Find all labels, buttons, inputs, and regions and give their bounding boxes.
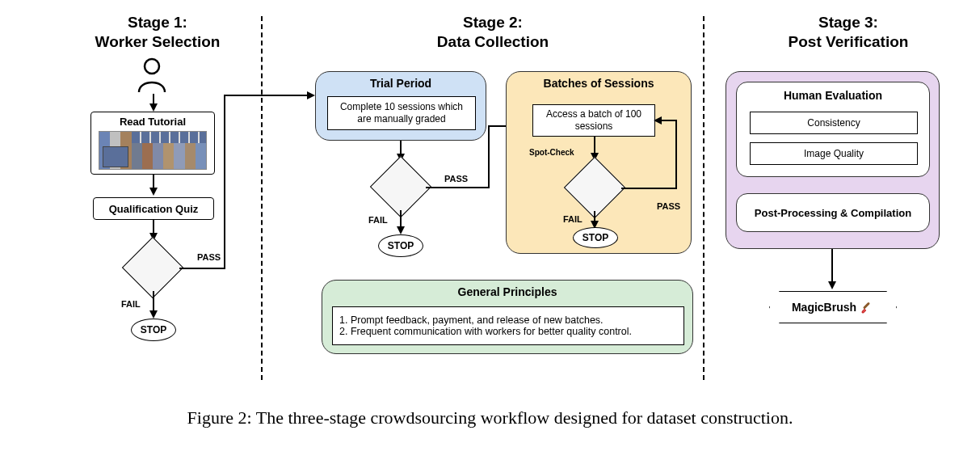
principle-line-2: 2. Frequent communication with workers f… (339, 326, 632, 337)
trial-period-title: Trial Period (316, 77, 486, 90)
stage2-title: Stage 2: Data Collection (404, 13, 582, 52)
trial-stop-label: STOP (388, 240, 414, 251)
image-quality-label: Image Quality (804, 148, 864, 159)
batches-fail-label: FAIL (563, 214, 583, 224)
spot-check-label: Spot-Check (529, 148, 574, 157)
principles-title: General Principles (322, 285, 692, 298)
diagram-container: Stage 1: Worker Selection Stage 2: Data … (0, 0, 980, 460)
svg-marker-21 (828, 281, 836, 289)
user-icon (136, 57, 168, 95)
svg-point-0 (145, 59, 159, 74)
stage1-fail-label: FAIL (121, 299, 141, 309)
trial-fail-label: FAIL (368, 215, 388, 225)
principles-box: 1. Prompt feedback, payment, and release… (332, 306, 684, 345)
batches-panel: Batches of Sessions Access a batch of 10… (506, 71, 692, 254)
arrow-stage1-pass (178, 91, 315, 270)
image-quality-box: Image Quality (750, 142, 918, 165)
arrow-tutorial-quiz (149, 175, 158, 196)
magicbrush-hexagon: MagicBrush (769, 291, 897, 323)
trial-stop: STOP (378, 234, 423, 257)
batches-stop: STOP (573, 227, 618, 248)
svg-marker-8 (149, 310, 158, 319)
stage3-panel: Human Evaluation Consistency Image Quali… (726, 71, 940, 249)
arrow-batches-fail (591, 211, 599, 229)
post-processing-label: Post-Processing & Compilation (755, 207, 911, 219)
svg-marker-19 (654, 116, 662, 124)
batches-pass-label: PASS (657, 201, 680, 211)
stage1-stop: STOP (131, 319, 176, 341)
arrow-trial-fail (397, 210, 405, 234)
arrow-user-tutorial (149, 94, 158, 112)
divider-2 (703, 16, 705, 380)
consistency-box: Consistency (750, 112, 918, 134)
magicbrush-label: MagicBrush (792, 301, 856, 314)
read-tutorial-label: Read Tutorial (120, 116, 186, 128)
svg-marker-9 (307, 91, 315, 99)
svg-marker-4 (149, 188, 158, 196)
principle-line-1: 1. Prompt feedback, payment, and release… (339, 314, 604, 326)
svg-marker-2 (149, 103, 158, 112)
batches-title: Batches of Sessions (507, 77, 691, 90)
principles-panel: General Principles 1. Prompt feedback, p… (322, 280, 693, 354)
batches-decision-diamond (564, 157, 625, 218)
stage1-decision-diamond (122, 237, 183, 298)
stage1-stop-label: STOP (141, 324, 166, 336)
svg-marker-13 (397, 226, 405, 234)
arrow-stage3-output (828, 249, 836, 289)
arrow-stage1-fail (149, 291, 158, 319)
human-eval-title: Human Evaluation (737, 89, 929, 102)
consistency-label: Consistency (807, 117, 860, 129)
human-eval-panel: Human Evaluation Consistency Image Quali… (736, 82, 930, 177)
post-processing-panel: Post-Processing & Compilation (736, 193, 930, 232)
figure-caption: Figure 2: The three-stage crowdsourcing … (0, 407, 980, 428)
arrow-batches-pass-loop (620, 112, 684, 193)
stage3-title: Stage 3: Post Verification (759, 13, 937, 52)
brush-icon (860, 299, 874, 316)
trial-decision-diamond (370, 156, 431, 217)
batches-stop-label: STOP (583, 232, 608, 243)
stage1-title: Stage 1: Worker Selection (77, 13, 238, 52)
svg-rect-22 (863, 302, 870, 309)
